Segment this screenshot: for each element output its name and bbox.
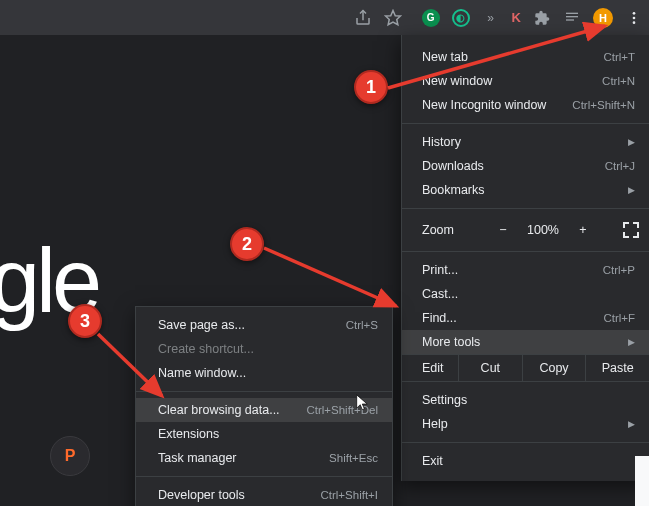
extension-circle-icon[interactable]: ◐ [452,9,470,27]
copy-button[interactable]: Copy [522,355,586,381]
chevron-right-icon: ▶ [628,137,635,147]
menu-cast[interactable]: Cast... [402,282,649,306]
menu-zoom-row: Zoom − 100% + [402,215,649,245]
svg-marker-0 [385,10,400,24]
menu-new-tab[interactable]: New tabCtrl+T [402,45,649,69]
submenu-task-manager[interactable]: Task managerShift+Esc [136,446,392,470]
extension-k-icon[interactable]: K [512,10,521,25]
kebab-menu-icon[interactable] [625,9,643,27]
step-badge-3: 3 [68,304,102,338]
menu-settings[interactable]: Settings [402,388,649,412]
reading-list-icon[interactable] [563,9,581,27]
extension-slot-icon[interactable]: » [482,9,500,27]
svg-line-8 [264,248,396,306]
menu-help[interactable]: Help▶ [402,412,649,436]
menu-bookmarks[interactable]: Bookmarks▶ [402,178,649,202]
profile-avatar[interactable]: H [593,8,613,28]
submenu-create-shortcut: Create shortcut... [136,337,392,361]
chevron-right-icon: ▶ [628,185,635,195]
zoom-out-button[interactable]: − [493,223,513,237]
edit-label: Edit [402,355,458,381]
submenu-dev-tools[interactable]: Developer toolsCtrl+Shift+I [136,483,392,506]
chevron-right-icon: ▶ [628,419,635,429]
chevron-right-icon: ▶ [628,337,635,347]
menu-incognito[interactable]: New Incognito windowCtrl+Shift+N [402,93,649,117]
svg-point-5 [633,16,636,19]
menu-downloads[interactable]: DownloadsCtrl+J [402,154,649,178]
cut-button[interactable]: Cut [458,355,522,381]
menu-exit[interactable]: Exit [402,449,649,473]
menu-edit-row: Edit Cut Copy Paste [402,354,649,382]
more-tools-submenu: Save page as...Ctrl+S Create shortcut...… [135,306,393,506]
menu-more-tools[interactable]: More tools▶ [402,330,649,354]
svg-rect-3 [566,19,574,20]
floating-bubble-icon[interactable]: P [50,436,90,476]
menu-print[interactable]: Print...Ctrl+P [402,258,649,282]
menu-new-window[interactable]: New windowCtrl+N [402,69,649,93]
browser-toolbar: G ◐ » K H [0,0,649,35]
step-badge-2: 2 [230,227,264,261]
svg-rect-2 [566,16,578,17]
bookmark-star-icon[interactable] [384,9,402,27]
extension-grammarly-icon[interactable]: G [422,9,440,27]
share-icon[interactable] [354,9,372,27]
submenu-clear-browsing-data[interactable]: Clear browsing data...Ctrl+Shift+Del [136,398,392,422]
menu-history[interactable]: History▶ [402,130,649,154]
zoom-value: 100% [523,223,563,237]
page-edge [635,456,649,506]
fullscreen-icon[interactable] [623,222,639,238]
svg-rect-1 [566,12,578,13]
paste-button[interactable]: Paste [585,355,649,381]
main-menu: New tabCtrl+T New windowCtrl+N New Incog… [401,35,649,481]
menu-find[interactable]: Find...Ctrl+F [402,306,649,330]
svg-point-4 [633,12,636,15]
extensions-puzzle-icon[interactable] [533,9,551,27]
step-badge-1: 1 [354,70,388,104]
svg-point-6 [633,21,636,24]
submenu-name-window[interactable]: Name window... [136,361,392,385]
submenu-extensions[interactable]: Extensions [136,422,392,446]
zoom-in-button[interactable]: + [573,223,593,237]
submenu-save-page[interactable]: Save page as...Ctrl+S [136,313,392,337]
